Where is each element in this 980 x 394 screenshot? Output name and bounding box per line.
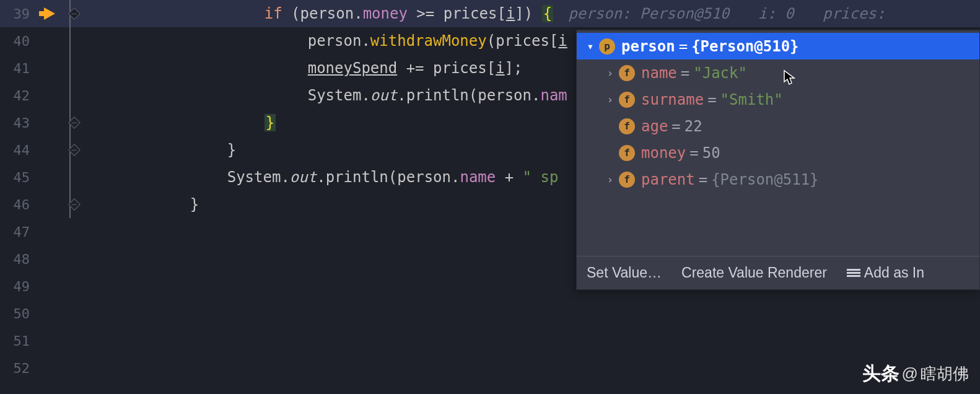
variable-name: money bbox=[641, 144, 686, 162]
variable-value: "Smith" bbox=[720, 91, 783, 108]
variables-tree[interactable]: ▾ p person = {Person@510} › f name = "Ja… bbox=[577, 30, 979, 256]
line-number: 45 bbox=[0, 170, 37, 185]
scope-line bbox=[69, 27, 71, 55]
line-number: 39 bbox=[0, 6, 37, 22]
code-line-52[interactable]: 52 bbox=[0, 354, 980, 382]
watermark-brand: 头条 bbox=[862, 361, 899, 387]
execution-point-arrow-icon bbox=[37, 7, 62, 20]
scope-line bbox=[69, 82, 71, 109]
variable-name: surname bbox=[641, 91, 704, 108]
create-renderer-button[interactable]: Create Value Renderer bbox=[672, 265, 837, 281]
variable-name: name bbox=[641, 64, 677, 82]
variable-row-person[interactable]: ▾ p person = {Person@510} bbox=[577, 33, 979, 59]
scope-line bbox=[69, 55, 71, 82]
fold-marker-icon[interactable] bbox=[62, 146, 87, 154]
code-line-51[interactable]: 51 bbox=[0, 327, 980, 354]
field-badge-icon: f bbox=[619, 65, 635, 81]
line-number: 50 bbox=[0, 306, 37, 322]
fold-marker-icon[interactable] bbox=[62, 9, 87, 18]
add-as-button[interactable]: Add as In bbox=[837, 265, 934, 281]
line-number: 52 bbox=[0, 361, 37, 376]
line-number: 44 bbox=[0, 142, 37, 158]
fold-marker-icon[interactable] bbox=[62, 200, 87, 209]
line-number: 47 bbox=[0, 224, 37, 240]
field-badge-icon: f bbox=[619, 118, 635, 134]
scope-line bbox=[69, 164, 71, 191]
line-number: 48 bbox=[0, 252, 37, 267]
line-number: 46 bbox=[0, 197, 37, 212]
variable-name: person bbox=[621, 38, 675, 55]
watermark: 头条 @瞎胡佛 bbox=[862, 361, 969, 387]
chevron-right-icon[interactable]: › bbox=[602, 93, 619, 106]
variable-value: 50 bbox=[702, 144, 720, 162]
line-number: 43 bbox=[0, 115, 37, 131]
variable-row-surname[interactable]: › f surname = "Smith" bbox=[577, 86, 979, 113]
variable-value: 22 bbox=[685, 118, 702, 135]
variable-row-age[interactable]: › f age = 22 bbox=[577, 113, 979, 139]
chevron-right-icon[interactable]: › bbox=[602, 173, 619, 186]
field-badge-icon: f bbox=[619, 92, 635, 108]
variable-row-parent[interactable]: › f parent = {Person@511} bbox=[577, 166, 979, 193]
line-number: 49 bbox=[0, 279, 37, 294]
line-number: 51 bbox=[0, 333, 37, 349]
line-number: 40 bbox=[0, 33, 37, 49]
field-badge-icon: f bbox=[619, 145, 635, 161]
param-badge-icon: p bbox=[599, 38, 615, 55]
line-number: 42 bbox=[0, 88, 37, 103]
debug-variables-popup[interactable]: ▾ p person = {Person@510} › f name = "Ja… bbox=[576, 30, 980, 290]
set-value-button[interactable]: Set Value… bbox=[577, 265, 672, 281]
watermark-author: 瞎胡佛 bbox=[921, 363, 969, 385]
settings-icon bbox=[847, 266, 860, 280]
popup-actions-bar: Set Value… Create Value Renderer Add as … bbox=[577, 256, 979, 289]
line-number: 41 bbox=[0, 61, 37, 76]
variable-value: {Person@511} bbox=[711, 171, 818, 188]
variable-value: "Jack" bbox=[693, 64, 747, 82]
variable-name: parent bbox=[641, 171, 695, 188]
chevron-down-icon[interactable]: ▾ bbox=[582, 40, 599, 53]
variable-name: age bbox=[641, 118, 668, 135]
code-line-50[interactable]: 50 bbox=[0, 300, 980, 327]
variable-value: {Person@510} bbox=[691, 38, 798, 55]
fold-marker-icon[interactable] bbox=[62, 118, 87, 127]
field-badge-icon: f bbox=[619, 172, 635, 188]
variable-row-money[interactable]: › f money = 50 bbox=[577, 139, 979, 166]
inline-variable-hint: person: Person@510 i: 0 prices: bbox=[553, 5, 885, 22]
variable-row-name[interactable]: › f name = "Jack" bbox=[577, 59, 979, 86]
chevron-right-icon[interactable]: › bbox=[602, 66, 619, 79]
